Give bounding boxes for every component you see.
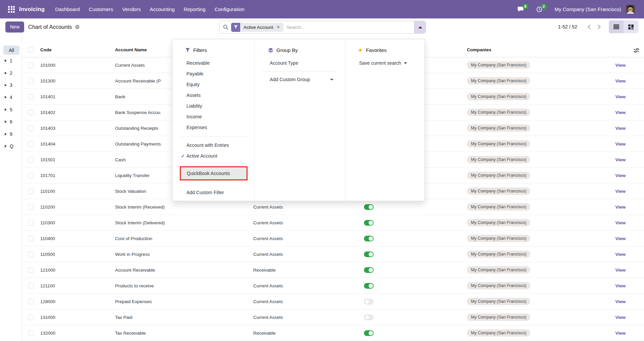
view-button[interactable]: View	[615, 110, 626, 115]
company-switcher[interactable]: My Company (San Francisco)	[555, 6, 621, 12]
active-toggle[interactable]	[364, 299, 374, 304]
filter-item-expenses[interactable]: Expenses	[172, 122, 254, 133]
row-checkbox[interactable]	[28, 78, 34, 84]
view-button[interactable]: View	[615, 141, 626, 147]
nav-item-accounting[interactable]: Accounting	[150, 6, 174, 12]
row-checkbox[interactable]	[28, 204, 34, 210]
filter-item-liability[interactable]: Liability	[172, 101, 254, 111]
search-dropdown-toggle[interactable]	[414, 21, 426, 33]
list-view-button[interactable]	[609, 20, 624, 33]
row-checkbox[interactable]	[28, 188, 34, 194]
sidebar-item-q[interactable]: Q	[0, 140, 22, 152]
active-toggle[interactable]	[364, 315, 374, 320]
view-button[interactable]: View	[615, 252, 626, 257]
view-button[interactable]: View	[615, 189, 626, 194]
row-checkbox[interactable]	[28, 110, 34, 115]
add-custom-filter[interactable]: Add Custom Filter	[172, 187, 254, 198]
groupby-item-account-type[interactable]: Account Type	[255, 58, 344, 68]
active-toggle[interactable]	[364, 236, 374, 241]
table-row[interactable]: 110300 Stock Interim (Delivered) Current…	[22, 215, 644, 231]
table-row[interactable]: 121100 Products to receive Current Asset…	[22, 278, 644, 294]
view-button[interactable]: View	[615, 157, 626, 162]
filter-item-income[interactable]: Income	[172, 111, 254, 122]
messages-button[interactable]: 8	[518, 6, 524, 12]
filter-item-equity[interactable]: Equity	[172, 79, 254, 90]
table-row[interactable]: 110400 Cost of Production Current Assets…	[22, 231, 644, 246]
row-checkbox[interactable]	[28, 173, 34, 178]
facet-remove-icon[interactable]: ✕	[275, 23, 283, 32]
search-input[interactable]	[287, 25, 414, 30]
table-row[interactable]: 110200 Stock Interim (Received) Current …	[22, 199, 644, 215]
filter-item-assets[interactable]: Assets	[172, 90, 254, 101]
sidebar-item-1[interactable]: 1	[0, 55, 22, 67]
active-toggle[interactable]	[364, 267, 374, 273]
view-button[interactable]: View	[615, 173, 626, 178]
active-toggle[interactable]	[364, 220, 374, 226]
new-button[interactable]: New	[5, 21, 24, 33]
sidebar-item-2[interactable]: 2	[0, 67, 22, 79]
sidebar-item-6[interactable]: 6	[0, 116, 22, 128]
kanban-view-button[interactable]	[624, 20, 638, 33]
sidebar-item-5[interactable]: 5	[0, 104, 22, 116]
row-checkbox[interactable]	[28, 125, 34, 131]
filter-item-receivable[interactable]: Receivable	[172, 58, 254, 68]
sidebar-item-3[interactable]: 3	[0, 79, 22, 91]
row-checkbox[interactable]	[28, 141, 34, 147]
sidebar-item-4[interactable]: 4	[0, 91, 22, 103]
view-button[interactable]: View	[615, 268, 626, 273]
view-button[interactable]: View	[615, 220, 626, 225]
view-button[interactable]: View	[615, 331, 626, 336]
row-checkbox[interactable]	[28, 299, 34, 304]
view-button[interactable]: View	[615, 299, 626, 304]
active-toggle[interactable]	[364, 251, 374, 257]
view-button[interactable]: View	[615, 283, 626, 288]
nav-item-dashboard[interactable]: Dashboard	[55, 6, 79, 12]
apps-menu-icon[interactable]	[8, 6, 15, 13]
filter-item-account-with-entries[interactable]: Account with Entries	[172, 140, 254, 151]
nav-item-reporting[interactable]: Reporting	[184, 6, 206, 12]
add-custom-group[interactable]: Add Custom Group	[255, 74, 344, 85]
view-button[interactable]: View	[615, 315, 626, 320]
column-header-code[interactable]: Code	[37, 35, 115, 57]
active-toggle[interactable]	[364, 330, 374, 336]
row-checkbox[interactable]	[28, 220, 34, 226]
table-row[interactable]: 131000 Tax Paid Current Assets My Compan…	[22, 309, 644, 325]
pager-previous-button[interactable]	[584, 22, 594, 32]
search-bar[interactable]: Active Account ✕	[219, 21, 426, 34]
save-current-search[interactable]: Save current search	[345, 58, 425, 68]
row-checkbox[interactable]	[28, 94, 34, 100]
user-avatar[interactable]	[626, 5, 635, 14]
table-row[interactable]: 132000 Tax Receivable Receivable My Comp…	[22, 325, 644, 341]
row-checkbox[interactable]	[28, 251, 34, 257]
pager-next-button[interactable]	[594, 22, 604, 32]
nav-item-vendors[interactable]: Vendors	[122, 6, 141, 12]
select-all-checkbox[interactable]	[28, 47, 34, 53]
row-checkbox[interactable]	[28, 236, 34, 241]
optional-columns-icon[interactable]	[634, 48, 639, 54]
sidebar-item-all[interactable]: All	[3, 46, 19, 55]
row-checkbox[interactable]	[28, 62, 34, 68]
nav-item-configuration[interactable]: Configuration	[215, 6, 245, 12]
activities-button[interactable]: 2	[536, 6, 542, 12]
active-toggle[interactable]	[364, 283, 374, 289]
view-button[interactable]: View	[615, 94, 626, 99]
row-checkbox[interactable]	[28, 267, 34, 273]
view-button[interactable]: View	[615, 205, 626, 210]
filter-item-active-account[interactable]: ✓Active Account	[172, 151, 254, 161]
table-row[interactable]: 110500 Work in Progress Current Assets M…	[22, 246, 644, 262]
actions-gear-icon[interactable]: ⚙	[75, 24, 79, 30]
view-button[interactable]: View	[615, 78, 626, 83]
filter-item-quickbook-accounts[interactable]: QuickBook Accounts	[181, 167, 247, 179]
nav-item-customers[interactable]: Customers	[89, 6, 113, 12]
table-row[interactable]: 121000 Account Receivable Receivable My …	[22, 262, 644, 278]
row-checkbox[interactable]	[28, 157, 34, 163]
view-button[interactable]: View	[615, 126, 626, 131]
view-button[interactable]: View	[615, 63, 626, 68]
sidebar-item-9[interactable]: 9	[0, 128, 22, 140]
active-toggle[interactable]	[364, 204, 374, 210]
view-button[interactable]: View	[615, 236, 626, 241]
row-checkbox[interactable]	[28, 330, 34, 336]
row-checkbox[interactable]	[28, 283, 34, 289]
row-checkbox[interactable]	[28, 315, 34, 320]
filter-item-payable[interactable]: Payable	[172, 68, 254, 79]
